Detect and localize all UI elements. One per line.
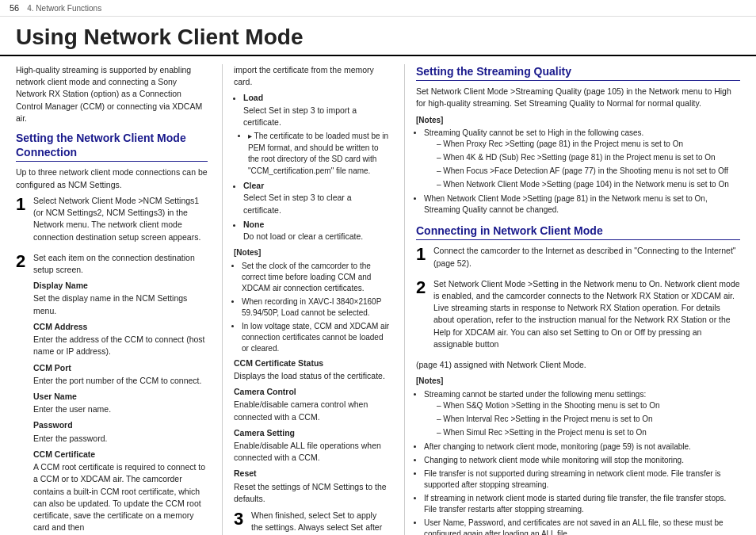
desc-ccm-cert: A CCM root certificate is required to co… [33,461,208,533]
sd-3: When Focus >Face Detection AF (page 77) … [432,166,740,177]
cert-load-item: Load Select Set in step 3 to import a ce… [243,92,390,177]
page-number: 56 [10,3,19,13]
desc-camera-control: Enable/disable camera control when conne… [234,399,390,422]
streaming-dash-list: When Proxy Rec >Setting (page 81) in the… [424,139,740,190]
term-load: Load [243,93,263,102]
top-bar: 56 4. Network Functions [0,0,756,17]
term-ccm-cert: CCM Certificate [33,449,208,460]
step-1: 1 Select Network Client Mode >NCM Settin… [16,195,208,247]
desc-ccm-address: Enter the address of the CCM to connect … [33,334,208,357]
desc-load: Select Set in step 3 to import a certifi… [243,105,357,127]
section2-notes-list: Streaming Quality cannot be set to High … [416,128,740,216]
note-3: In low voltage state, CCM and XDCAM air … [242,321,390,354]
cert-options-list: Load Select Set in step 3 to import a ce… [234,92,390,243]
cert-note-list: ▸ The certificate to be loaded must be i… [243,131,390,177]
cert-note: ▸ The certificate to be loaded must be i… [248,131,390,177]
desc-clear: Select Set in step 3 to clear a certific… [243,193,352,214]
desc-ccm-port: Enter the port number of the CCM to conn… [33,375,208,387]
rn-3: Changing to network client mode while mo… [424,455,740,466]
step-3-content: When finished, select Set to apply the s… [251,510,390,535]
rn-2: After changing to network client mode, m… [424,441,740,453]
step-1-num: 1 [16,195,29,214]
term-cert-status: CCM Certificate Status [234,357,390,369]
right-dash-list: When S&Q Motion >Setting in the Shooting… [424,400,740,438]
term-user-name: User Name [33,391,208,403]
right-notes-list: Streaming cannot be started under the fo… [416,389,740,535]
sd-4: When Network Client Mode >Setting (page … [432,179,740,190]
page-title: Using Network Client Mode [0,17,756,56]
desc-reset: Reset the settings of NCM Settings to th… [234,481,390,505]
right-step-1-text: Connect the camcorder to the Internet as… [433,245,740,269]
right-step-1: 1 Connect the camcorder to the Internet … [416,245,740,273]
intro-text: High-quality streaming is supported by e… [16,64,208,124]
right-step-2-num: 2 [416,278,429,297]
rn-6: User Name, Password, and certificates ar… [424,518,740,535]
middle-notes: [Notes] Set the clock of the camcorder t… [234,247,390,354]
right-step-2: 2 Set Network Client Mode >Setting in th… [416,278,740,354]
right-step-2-text: Set Network Client Mode >Setting in the … [433,278,740,350]
notes-list: Set the clock of the camcorder to the co… [234,261,390,354]
s2-note-1: Streaming Quality cannot be set to High … [424,128,740,190]
right-notes-prefix: (page 41) assigned with Network Client M… [416,359,740,371]
term-camera-control: Camera Control [234,386,390,398]
left-column: High-quality streaming is supported by e… [16,64,222,535]
term-camera-setting: Camera Setting [234,427,390,439]
rn-1: Streaming cannot be started under the fo… [424,389,740,438]
right-step-1-content: Connect the camcorder to the Internet as… [433,245,740,273]
section2-heading: Setting the Streaming Quality [416,64,740,81]
content-area: High-quality streaming is supported by e… [0,56,756,535]
s2-note-2: When Network Client Mode >Setting (page … [424,193,740,216]
step-2-content: Set each item on the connection destinat… [33,252,208,535]
term-clear: Clear [243,181,264,190]
term-ccm-port: CCM Port [33,362,208,374]
page-wrapper: 56 4. Network Functions Using Network Cl… [0,0,756,535]
desc-cert-status: Displays the load status of the certific… [234,370,390,382]
right-notes-label: [Notes] [416,376,740,388]
sd-2: When 4K & HD (Sub) Rec >Setting (page 81… [432,152,740,163]
step-1-content: Select Network Client Mode >NCM Settings… [33,195,208,247]
term-display-name: Display Name [33,280,208,292]
term-password: Password [33,419,208,431]
rn-4: File transfer is not supported during st… [424,468,740,491]
section1-heading: Setting the Network Client ModeConnectio… [16,131,208,162]
section3-heading: Connecting in Network Client Mode [416,224,740,240]
step-1-text: Select Network Client Mode >NCM Settings… [33,195,208,243]
cert-clear-item: Clear Select Set in step 3 to clear a ce… [243,180,390,216]
term-ccm-address: CCM Address [33,321,208,333]
step-2-text: Set each item on the connection destinat… [33,252,208,276]
section1-text: Up to three network client mode connecti… [16,166,208,190]
section2-notes-label: [Notes] [416,115,740,127]
cert-none-item: None Do not load or clear a certificate. [243,219,390,243]
right-step-1-num: 1 [416,245,429,264]
term-reset: Reset [234,468,390,480]
middle-column: import the certificate from the memory c… [222,64,404,535]
notes-label: [Notes] [234,247,390,259]
right-step-2-content: Set Network Client Mode >Setting in the … [433,278,740,354]
rd-1: When S&Q Motion >Setting in the Shooting… [432,400,740,411]
desc-camera-setting: Enable/disable ALL file operations when … [234,440,390,464]
step-2: 2 Set each item on the connection destin… [16,252,208,535]
rd-2: When Interval Rec >Setting in the Projec… [432,414,740,425]
breadcrumb: 4. Network Functions [27,4,101,13]
note-2: When recording in XAVC-I 3840×2160P 59.9… [242,296,390,319]
step-3-num: 3 [234,510,246,529]
right-column: Setting the Streaming Quality Set Networ… [404,64,740,535]
desc-none: Do not load or clear a certificate. [243,231,363,241]
note-1: Set the clock of the camcorder to the co… [242,261,390,294]
right-notes: [Notes] Streaming cannot be started unde… [416,376,740,535]
rd-3: When Simul Rec >Setting in the Project m… [432,427,740,438]
continued-text: import the certificate from the memory c… [234,64,390,88]
desc-user-name: Enter the user name. [33,403,208,415]
rn-5: If streaming in network client mode is s… [424,493,740,515]
step-3: 3 When finished, select Set to apply the… [234,510,390,535]
step-2-num: 2 [16,252,29,271]
section2-text: Set Network Client Mode >Streaming Quali… [416,86,740,109]
step-3-text: When finished, select Set to apply the s… [251,510,390,535]
sd-1: When Proxy Rec >Setting (page 81) in the… [432,139,740,150]
desc-password: Enter the password. [33,433,208,445]
desc-display-name: Set the display name in the NCM Settings… [33,292,208,316]
term-none: None [243,220,264,229]
section2-notes: [Notes] Streaming Quality cannot be set … [416,115,740,216]
